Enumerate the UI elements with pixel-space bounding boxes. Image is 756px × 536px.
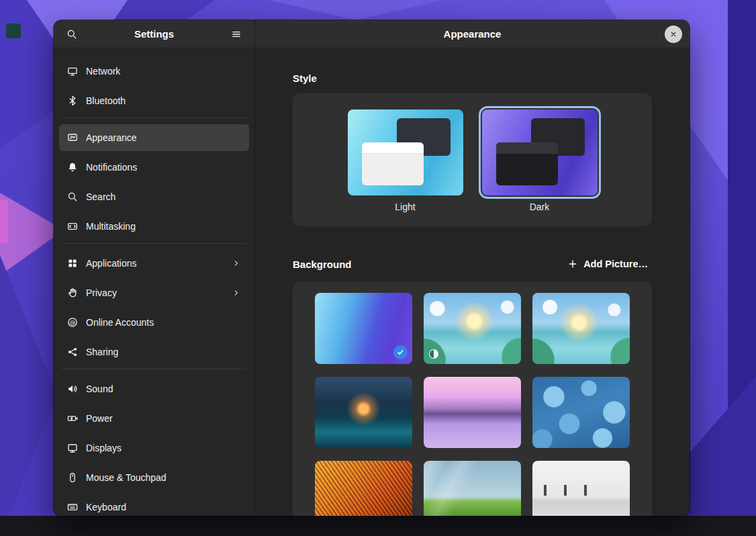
sidebar-item-label: Multitasking bbox=[86, 221, 136, 232]
keyboard-icon bbox=[67, 502, 78, 512]
sidebar-item-label: Online Accounts bbox=[86, 317, 154, 328]
sidebar-item-label: Power bbox=[86, 413, 113, 424]
appearance-panel: Appearance Style Light bbox=[255, 20, 690, 516]
sidebar-item-bluetooth[interactable]: Bluetooth bbox=[59, 87, 249, 114]
sidebar-item-network[interactable]: Network bbox=[59, 58, 249, 85]
chevron-right-icon bbox=[232, 259, 241, 268]
preview-window-front bbox=[362, 142, 424, 185]
background-thumb-winter-trees[interactable] bbox=[424, 377, 521, 448]
sidebar-item-label: Privacy bbox=[86, 287, 117, 298]
sidebar-item-label: Notifications bbox=[86, 162, 137, 173]
sidebar-item-power[interactable]: Power bbox=[59, 405, 249, 432]
background-thumb-blue-knots[interactable] bbox=[532, 377, 630, 448]
sidebar-item-search[interactable]: Search bbox=[59, 183, 249, 210]
close-button[interactable] bbox=[665, 26, 682, 43]
sidebar-item-label: Displays bbox=[86, 443, 122, 453]
sidebar-item-label: Sound bbox=[86, 384, 113, 394]
online-accounts-icon: @ bbox=[67, 317, 78, 328]
sidebar-item-mouse-touchpad[interactable]: Mouse & Touchpad bbox=[59, 464, 249, 491]
background-section-label: Background bbox=[293, 259, 352, 270]
sidebar-item-label: Network bbox=[86, 66, 120, 77]
main-headerbar[interactable]: Appearance bbox=[255, 20, 690, 48]
sidebar-item-label: Bluetooth bbox=[86, 95, 126, 106]
sidebar-item-sharing[interactable]: Sharing bbox=[59, 339, 249, 365]
background-thumb-meadow-night[interactable] bbox=[315, 377, 412, 448]
preview-window-header bbox=[496, 142, 558, 154]
background-thumb-orange-fabric[interactable] bbox=[315, 461, 412, 516]
style-card: Light Dark bbox=[293, 93, 652, 226]
wallpaper-shape bbox=[269, 0, 443, 20]
sharing-icon bbox=[67, 347, 78, 357]
main-menu-button[interactable] bbox=[225, 24, 248, 44]
sound-icon bbox=[67, 384, 78, 394]
style-preview-light[interactable] bbox=[348, 109, 463, 195]
desktop-icon bbox=[6, 24, 21, 38]
preview-window-front bbox=[496, 142, 558, 185]
background-thumb-green-field[interactable] bbox=[424, 461, 521, 516]
add-picture-label: Add Picture… bbox=[583, 259, 648, 269]
notifications-icon bbox=[67, 162, 78, 173]
close-icon bbox=[669, 30, 678, 39]
sidebar-item-online-accounts[interactable]: @ Online Accounts bbox=[59, 309, 249, 336]
sidebar-divider bbox=[62, 243, 246, 244]
sidebar-item-label: Search bbox=[86, 191, 115, 202]
wallpaper-shape bbox=[0, 255, 57, 536]
sidebar-item-displays[interactable]: Displays bbox=[59, 435, 249, 461]
style-options-row: Light Dark bbox=[293, 109, 652, 212]
background-card bbox=[293, 281, 652, 516]
sidebar-list: Network Bluetooth Appearance Notificatio… bbox=[54, 48, 254, 516]
background-thumb-meadow-day-2[interactable] bbox=[532, 293, 630, 364]
search-icon bbox=[67, 191, 78, 202]
background-thumbnail-grid bbox=[314, 293, 630, 516]
content-scroll-area[interactable]: Style Light bbox=[255, 48, 690, 516]
sidebar-title: Settings bbox=[83, 28, 225, 40]
background-thumb-meadow-day[interactable] bbox=[424, 293, 521, 364]
sidebar-item-sound[interactable]: Sound bbox=[59, 375, 249, 402]
light-dark-variant-icon bbox=[429, 349, 438, 359]
selected-check-icon bbox=[393, 345, 408, 359]
sidebar-item-applications[interactable]: Applications bbox=[59, 250, 249, 277]
appearance-icon bbox=[67, 132, 78, 143]
style-option-label: Dark bbox=[530, 202, 550, 212]
search-icon bbox=[66, 29, 77, 40]
displays-icon bbox=[67, 443, 78, 453]
add-picture-button[interactable]: Add Picture… bbox=[564, 256, 652, 272]
taskbar[interactable] bbox=[0, 516, 756, 536]
sidebar-divider bbox=[62, 118, 246, 118]
preview-window-header bbox=[362, 142, 424, 154]
hamburger-menu-icon bbox=[231, 29, 242, 40]
page-title: Appearance bbox=[444, 28, 502, 40]
sidebar-item-label: Applications bbox=[86, 258, 137, 269]
multitasking-icon bbox=[67, 221, 78, 232]
style-option-label: Light bbox=[395, 202, 415, 212]
sidebar-item-label: Mouse & Touchpad bbox=[86, 472, 167, 483]
network-icon bbox=[67, 66, 78, 77]
search-button[interactable] bbox=[60, 24, 83, 44]
sidebar-item-keyboard[interactable]: Keyboard bbox=[59, 494, 249, 516]
sidebar-item-privacy[interactable]: Privacy bbox=[59, 279, 249, 306]
privacy-icon bbox=[67, 287, 78, 298]
wallpaper-shape bbox=[0, 200, 8, 243]
applications-icon bbox=[67, 258, 78, 269]
sidebar-item-notifications[interactable]: Notifications bbox=[59, 154, 249, 181]
bluetooth-icon bbox=[67, 95, 78, 106]
sidebar-divider bbox=[62, 369, 246, 369]
settings-window: Settings Network Bluetooth Appearance N bbox=[54, 20, 690, 516]
background-thumb-pier-monochrome[interactable] bbox=[532, 461, 630, 516]
style-option-light[interactable]: Light bbox=[348, 109, 463, 212]
background-thumb-triangles-blue[interactable] bbox=[315, 293, 412, 364]
plus-icon bbox=[568, 259, 577, 269]
style-preview-dark[interactable] bbox=[482, 109, 598, 195]
power-icon bbox=[67, 413, 78, 424]
chevron-right-icon bbox=[232, 288, 241, 298]
sidebar-item-label: Sharing bbox=[86, 347, 118, 357]
sidebar-item-appearance[interactable]: Appearance bbox=[59, 124, 249, 151]
sidebar-item-label: Appearance bbox=[86, 132, 137, 143]
style-section-label: Style bbox=[293, 73, 652, 84]
style-option-dark[interactable]: Dark bbox=[482, 109, 598, 212]
sidebar-item-label: Keyboard bbox=[86, 502, 126, 512]
sidebar-item-multitasking[interactable]: Multitasking bbox=[59, 213, 249, 240]
mouse-touchpad-icon bbox=[67, 472, 78, 483]
background-section-header: Background Add Picture… bbox=[293, 256, 652, 272]
sidebar-headerbar[interactable]: Settings bbox=[54, 20, 254, 48]
